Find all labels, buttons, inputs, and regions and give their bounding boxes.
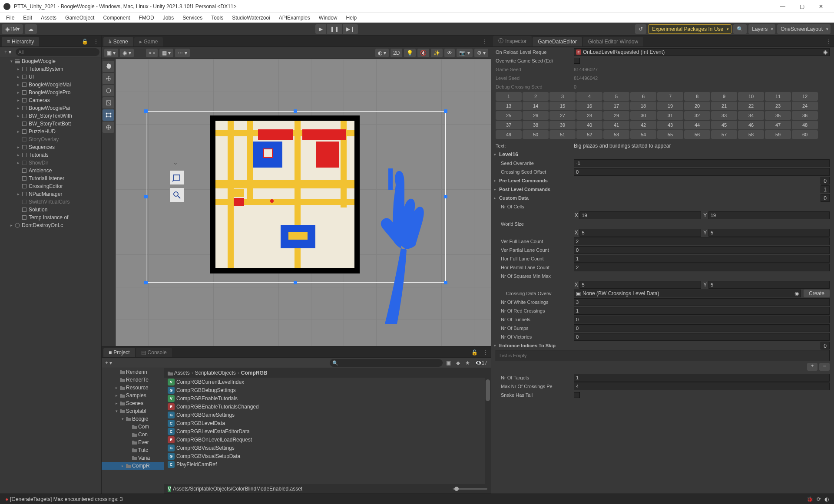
ent-count[interactable]: 0 bbox=[821, 342, 830, 349]
vic-input[interactable] bbox=[574, 333, 830, 341]
seed-button-16[interactable]: 16 bbox=[576, 102, 602, 110]
seed-button-3[interactable]: 3 bbox=[549, 92, 576, 101]
folder-com[interactable]: Com bbox=[102, 423, 164, 431]
seed-button-17[interactable]: 17 bbox=[603, 102, 629, 110]
scene-audio-toggle[interactable]: 🔇 bbox=[417, 49, 429, 57]
menu-gameobject[interactable]: GameObject bbox=[61, 14, 99, 22]
custom-data-foldout[interactable]: ▸ bbox=[494, 196, 499, 200]
seed-button-42[interactable]: 42 bbox=[630, 121, 656, 129]
folder-scriptabl[interactable]: ▾Scriptabl bbox=[102, 407, 164, 415]
seed-button-20[interactable]: 20 bbox=[684, 102, 710, 110]
undo-history-button[interactable]: ↺ bbox=[635, 24, 646, 34]
scene-snap-dropdown[interactable]: ⋯ ▾ bbox=[175, 49, 189, 57]
seed-button-4[interactable]: 4 bbox=[576, 92, 602, 101]
seed-button-7[interactable]: 7 bbox=[657, 92, 683, 101]
project-breadcrumb[interactable]: Assets›ScriptableObjects›CompRGB bbox=[164, 368, 491, 378]
rotate-tool[interactable] bbox=[103, 85, 114, 96]
asset-size-slider[interactable] bbox=[453, 488, 487, 490]
hierarchy-item[interactable]: TutorialListener bbox=[0, 175, 101, 182]
experimental-packages-button[interactable]: Experimental Packages In Use bbox=[648, 24, 731, 34]
tab-inspector[interactable]: ⓘ Inspector bbox=[493, 36, 532, 46]
menu-apiexamples[interactable]: APIExamples bbox=[275, 14, 314, 22]
folder-samples[interactable]: ▸Samples bbox=[102, 392, 164, 399]
vpart-input[interactable] bbox=[574, 246, 830, 254]
seed-button-25[interactable]: 25 bbox=[496, 111, 522, 120]
seed-button-2[interactable]: 2 bbox=[523, 92, 549, 101]
scene-fx-toggle[interactable]: ✨ bbox=[431, 49, 443, 57]
on-reload-field[interactable]: EOnLoadLevelRequested (Int Event)◉ bbox=[574, 48, 830, 56]
vfull-input[interactable] bbox=[574, 237, 830, 245]
seed-button-9[interactable]: 9 bbox=[711, 92, 737, 101]
list-add-button[interactable]: + bbox=[807, 363, 817, 371]
menu-services[interactable]: Services bbox=[178, 14, 207, 22]
hierarchy-create-dropdown[interactable]: + ▾ bbox=[2, 49, 14, 55]
seed-button-14[interactable]: 14 bbox=[523, 102, 549, 110]
menu-jobs[interactable]: Jobs bbox=[159, 14, 178, 22]
folder-renderin[interactable]: Renderin bbox=[102, 368, 164, 376]
status-progress-icon[interactable]: ◐ bbox=[823, 496, 831, 502]
tun-input[interactable] bbox=[574, 316, 830, 323]
rect-tool[interactable] bbox=[103, 109, 114, 121]
folder-varia[interactable]: Varia bbox=[102, 454, 164, 462]
hierarchy-menu-icon[interactable]: ⋮ bbox=[91, 37, 101, 46]
seed-button-19[interactable]: 19 bbox=[657, 102, 683, 110]
seed-button-27[interactable]: 27 bbox=[549, 111, 576, 120]
seed-button-33[interactable]: 33 bbox=[711, 111, 737, 120]
pre-cmd-count[interactable]: 0 bbox=[821, 177, 830, 184]
hierarchy-item[interactable]: Temp Instance of bbox=[0, 214, 101, 221]
scene-2d-toggle[interactable]: 2D bbox=[391, 49, 402, 57]
menu-assets[interactable]: Assets bbox=[36, 14, 61, 22]
status-message[interactable]: [GenerateTargets] Max encountered crossi… bbox=[10, 496, 122, 502]
hidden-packages-icon[interactable]: 👁‍🗨17 bbox=[473, 360, 489, 366]
seed-button-44[interactable]: 44 bbox=[684, 121, 710, 129]
scene-grid-dropdown[interactable]: ▦ ▾ bbox=[159, 49, 173, 57]
seed-button-46[interactable]: 46 bbox=[738, 121, 764, 129]
seed-button-21[interactable]: 21 bbox=[711, 102, 737, 110]
hierarchy-item[interactable]: ▸TutorialSystem bbox=[0, 65, 101, 73]
seed-button-11[interactable]: 11 bbox=[765, 92, 791, 101]
hand-tool[interactable] bbox=[103, 61, 114, 72]
inspector-menu-icon[interactable]: ⋮ bbox=[824, 37, 834, 46]
menu-help[interactable]: Help bbox=[342, 14, 361, 22]
custom-data-count[interactable]: 0 bbox=[821, 194, 830, 202]
tab-global-editor[interactable]: Global Editor Window bbox=[583, 37, 643, 46]
red-input[interactable] bbox=[574, 307, 830, 315]
snake-checkbox[interactable] bbox=[574, 392, 580, 398]
seed-button-55[interactable]: 55 bbox=[657, 130, 683, 139]
seed-button-40[interactable]: 40 bbox=[576, 121, 602, 129]
asset-CompRGBDebugSettings[interactable]: GCompRGBDebugSettings bbox=[164, 386, 491, 394]
scene-visibility-toggle[interactable]: 👁 bbox=[444, 49, 455, 57]
asset-CompRGBLevelData[interactable]: CCompRGBLevelData bbox=[164, 419, 491, 427]
hierarchy-item[interactable]: ▾BoogieWoogie bbox=[0, 57, 101, 65]
list-remove-button[interactable]: − bbox=[819, 363, 830, 371]
asset-CompRGBCurrentLevelIndex[interactable]: VCompRGBCurrentLevelIndex bbox=[164, 378, 491, 386]
seed-button-32[interactable]: 32 bbox=[684, 111, 710, 120]
seed-button-26[interactable]: 26 bbox=[523, 111, 549, 120]
hierarchy-item[interactable]: ▸NPadManager bbox=[0, 190, 101, 198]
folder-boogie[interactable]: ▾Boogie bbox=[102, 415, 164, 423]
hpart-input[interactable] bbox=[574, 264, 830, 271]
hierarchy-item[interactable]: Solution bbox=[0, 206, 101, 214]
save-search-icon[interactable]: ★ bbox=[463, 360, 472, 366]
tab-console[interactable]: ▤ Console bbox=[136, 348, 172, 357]
hierarchy-item[interactable]: BW_StoryTextBott bbox=[0, 120, 101, 128]
tab-scene[interactable]: # Scene bbox=[103, 37, 133, 46]
folder-ever[interactable]: Ever bbox=[102, 438, 164, 446]
folder-tutc[interactable]: Tutc bbox=[102, 446, 164, 454]
maximize-button[interactable]: ▢ bbox=[792, 0, 811, 13]
float-collapse-icon[interactable]: ⌄ bbox=[169, 159, 184, 166]
seed-button-50[interactable]: 50 bbox=[523, 130, 549, 139]
scene-viewport[interactable]: ⌄ bbox=[116, 59, 491, 346]
hierarchy-item[interactable]: CrossingEditor bbox=[0, 182, 101, 190]
account-button[interactable]: ◉ TM ▾ bbox=[2, 24, 23, 34]
seed-button-10[interactable]: 10 bbox=[738, 92, 764, 101]
tab-gamedata-editor[interactable]: GameDataEditor bbox=[533, 37, 582, 46]
cells-x-input[interactable] bbox=[579, 211, 701, 219]
maxc-input[interactable] bbox=[574, 382, 830, 390]
scene-gizmos-dropdown[interactable]: ⚙ ▾ bbox=[474, 49, 488, 57]
targ-input[interactable] bbox=[574, 374, 830, 382]
seed-button-18[interactable]: 18 bbox=[630, 102, 656, 110]
scene-shading-dropdown[interactable]: ◉ ▾ bbox=[120, 49, 133, 57]
seed-button-23[interactable]: 23 bbox=[765, 102, 791, 110]
hierarchy-item[interactable]: ▸BoogieWoogiePro bbox=[0, 89, 101, 96]
